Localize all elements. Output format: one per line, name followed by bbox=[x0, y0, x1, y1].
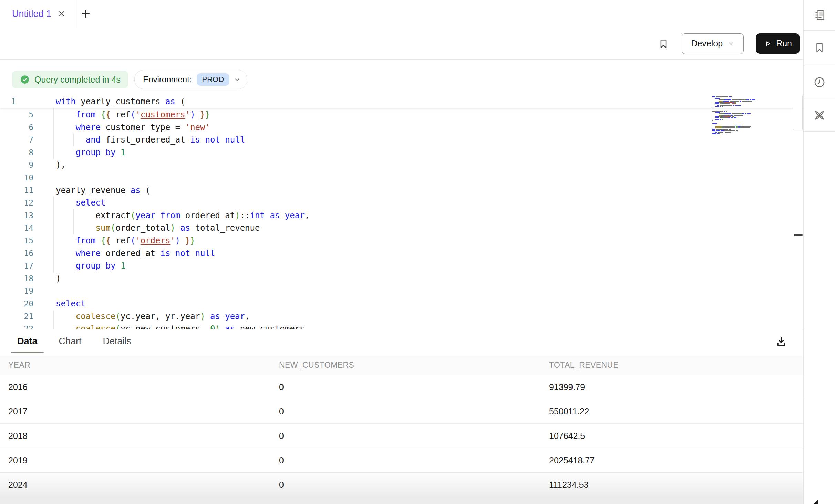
code-line[interactable]: 19 bbox=[0, 285, 803, 297]
sticky-line-number: 1 bbox=[11, 96, 16, 108]
column-header-year[interactable]: YEAR bbox=[0, 360, 279, 370]
run-button[interactable]: Run bbox=[756, 33, 800, 54]
code-line[interactable]: 21 coalesce(yc.year, yr.year) as year, bbox=[0, 310, 803, 323]
sidebar-item-explore[interactable] bbox=[804, 99, 835, 132]
develop-button[interactable]: Develop bbox=[682, 33, 744, 54]
indent-guide bbox=[53, 197, 54, 209]
code-text: where customer_type = 'new' bbox=[56, 121, 210, 134]
tab-details[interactable]: Details bbox=[103, 336, 132, 347]
sidebar-item-history[interactable] bbox=[804, 65, 835, 99]
code-line[interactable]: 17 group by 1 bbox=[0, 260, 803, 272]
minimap-token bbox=[715, 117, 719, 118]
minimap-token bbox=[717, 105, 719, 106]
minimap-token bbox=[719, 113, 724, 114]
code-line[interactable]: 10 bbox=[0, 171, 803, 184]
horizontal-scrollbar-track[interactable] bbox=[0, 497, 803, 504]
resize-handle[interactable] bbox=[814, 500, 818, 504]
minimap-token bbox=[738, 125, 741, 126]
code-token: with bbox=[56, 97, 76, 106]
minimap-token bbox=[712, 120, 713, 122]
table-row[interactable]: 20170550011.22 bbox=[0, 399, 803, 424]
code-line[interactable]: 12 select bbox=[0, 197, 803, 209]
close-icon[interactable] bbox=[58, 10, 66, 18]
table-row[interactable]: 201902025418.77 bbox=[0, 448, 803, 473]
code-token bbox=[205, 312, 210, 321]
minimap-token bbox=[716, 129, 728, 130]
sidebar-item-notebook[interactable] bbox=[804, 0, 835, 31]
table-cell: 111234.53 bbox=[549, 480, 803, 490]
minimap-token bbox=[742, 113, 744, 114]
line-number: 6 bbox=[0, 121, 33, 134]
column-header-new-customers[interactable]: NEW_CUSTOMERS bbox=[279, 360, 549, 370]
minimap-token bbox=[732, 99, 744, 100]
code-line[interactable]: 11yearly_revenue as ( bbox=[0, 184, 803, 197]
sql-code-editor[interactable]: 1 with yearly_customers as ( 5 from {{ r… bbox=[0, 96, 803, 329]
code-line[interactable]: 6 where customer_type = 'new' bbox=[0, 121, 803, 134]
minimap-token bbox=[736, 126, 737, 127]
minimap-token bbox=[747, 113, 750, 114]
editor-tab-untitled-1[interactable]: Untitled 1 bbox=[0, 0, 75, 28]
table-cell: 0 bbox=[279, 382, 549, 392]
check-circle-icon bbox=[20, 74, 30, 85]
minimap-token bbox=[735, 105, 738, 106]
table-row[interactable]: 20240111234.53 bbox=[0, 473, 803, 497]
code-line[interactable]: 15 from {{ ref('orders') }} bbox=[0, 234, 803, 247]
code-token: as bbox=[131, 186, 141, 195]
line-number: 7 bbox=[0, 134, 33, 146]
code-token: ( bbox=[115, 324, 120, 329]
code-text: sum(order_total) as total_revenue bbox=[56, 222, 260, 234]
overview-ruler-marker[interactable] bbox=[794, 234, 803, 236]
code-token: ) bbox=[175, 236, 180, 245]
indent-guide bbox=[53, 234, 54, 247]
bookmark-icon[interactable] bbox=[658, 38, 669, 50]
code-lines: 5 from {{ ref('customers') }}6 where cus… bbox=[0, 108, 803, 329]
minimap-token bbox=[728, 117, 730, 118]
code-token: } bbox=[185, 236, 190, 245]
environment-selector[interactable]: Environment: PROD bbox=[134, 70, 247, 89]
tab-data[interactable]: Data bbox=[17, 336, 38, 347]
code-token: yc.year, yr.year bbox=[121, 312, 200, 321]
code-line[interactable]: 8 group by 1 bbox=[0, 146, 803, 159]
code-line[interactable]: 18) bbox=[0, 272, 803, 285]
code-line[interactable]: 5 from {{ ref('customers') }} bbox=[0, 108, 803, 121]
code-token bbox=[170, 249, 175, 258]
code-line[interactable]: 20select bbox=[0, 297, 803, 310]
new-tab-plus-icon[interactable] bbox=[75, 0, 96, 28]
code-token: is bbox=[190, 135, 200, 145]
code-token: ( bbox=[111, 223, 115, 233]
code-line[interactable]: 16 where ordered_at is not null bbox=[0, 247, 803, 260]
tab-chart[interactable]: Chart bbox=[59, 336, 82, 347]
code-line[interactable]: 7 and first_ordered_at is not null bbox=[0, 134, 803, 146]
minimap-token bbox=[729, 96, 730, 97]
minimap-token bbox=[724, 113, 728, 114]
code-line[interactable]: 22 coalesce(yc.new_customers, 0) as new_… bbox=[0, 323, 803, 329]
download-icon[interactable] bbox=[770, 330, 792, 353]
code-token: } bbox=[190, 236, 195, 245]
table-cell: 0 bbox=[279, 431, 549, 441]
code-token: from bbox=[76, 236, 96, 245]
code-token bbox=[180, 236, 185, 245]
table-row[interactable]: 2016091399.79 bbox=[0, 375, 803, 399]
sticky-line[interactable]: 1 with yearly_customers as ( bbox=[0, 96, 803, 108]
code-line[interactable]: 9), bbox=[0, 159, 803, 171]
minimap-token bbox=[712, 108, 714, 109]
code-token: not bbox=[205, 135, 220, 145]
query-status-badge: Query completed in 4s bbox=[12, 71, 128, 88]
code-line[interactable]: 14 sum(order_total) as total_revenue bbox=[0, 222, 803, 234]
minimap-token bbox=[731, 96, 732, 97]
indent-guide bbox=[53, 222, 54, 234]
minimap-token bbox=[719, 99, 724, 100]
sidebar-item-bookmarks[interactable] bbox=[804, 31, 835, 65]
code-line[interactable]: 13 extract(year from ordered_at)::int as… bbox=[0, 209, 803, 222]
minimap-token bbox=[729, 129, 730, 130]
column-header-total-revenue[interactable]: TOTAL_REVENUE bbox=[549, 360, 803, 370]
table-row[interactable]: 20180107642.5 bbox=[0, 424, 803, 448]
minimap[interactable] bbox=[712, 96, 795, 135]
minimap-token bbox=[715, 98, 720, 99]
code-text: coalesce(yc.year, yr.year) as year, bbox=[56, 310, 250, 323]
table-cell: 550011.22 bbox=[549, 407, 803, 417]
minimap-token bbox=[728, 99, 731, 100]
minimap-token bbox=[730, 115, 731, 116]
minimap-token bbox=[716, 130, 720, 131]
minimap-token bbox=[730, 101, 738, 102]
